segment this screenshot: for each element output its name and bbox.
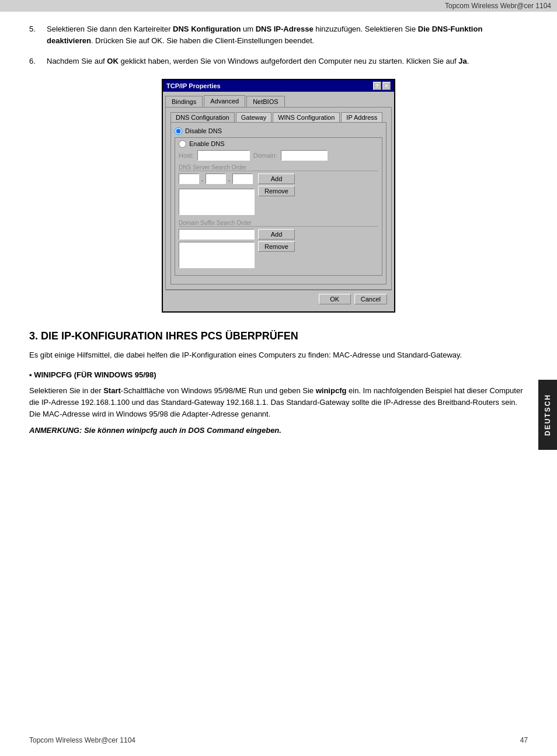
tab-panel-1: DNS Configuration Gateway WINS Configura…	[165, 107, 392, 290]
winipcfg-note: ANMERKUNG: Sie können winipcfg auch in D…	[29, 426, 528, 435]
tab-advanced[interactable]: Advanced	[204, 95, 245, 107]
radio-enable-dns[interactable]: Enable DNS	[179, 140, 378, 148]
top-bar: Topcom Wireless Webr@cer 1104	[0, 0, 557, 12]
step-6-ok: OK	[107, 57, 119, 65]
sidebar-label: DEUTSCH	[544, 394, 552, 436]
section-3-body: Es gibt einige Hilfsmittel, die dabei he…	[29, 349, 528, 361]
host-input[interactable]	[197, 150, 250, 161]
domain-suffix-btns: Add Remove	[258, 229, 295, 252]
dns-server-add-btn[interactable]: Add	[258, 174, 295, 184]
radio-disable-dns-label: Disable DNS	[185, 127, 222, 134]
footer-left: Topcom Wireless Webr@cer 1104	[29, 736, 135, 744]
inner-panel-dns: Disable DNS Enable DNS Host:	[170, 122, 387, 285]
step-5-dns-config: DNS Konfiguration	[173, 25, 241, 33]
dialog-title: TCP/IP Properties	[166, 82, 221, 89]
radio-disable-dns-input[interactable]	[175, 127, 182, 135]
dns-server-order-label: DNS Server Search Order	[179, 164, 378, 171]
dns-ip-row: . .	[179, 174, 255, 184]
domain-label: Domain:	[253, 152, 277, 159]
main-content: 5. Selektieren Sie dann den Karteireiter…	[0, 12, 557, 464]
footer: Topcom Wireless Webr@cer 1104 47	[29, 736, 528, 744]
dns-server-section: DNS Server Search Order . .	[179, 164, 378, 215]
step-5-text: Selektieren Sie dann den Karteireiter DN…	[47, 23, 528, 46]
step-5-dns-ip: DNS IP-Adresse	[256, 25, 314, 33]
host-label: Host:	[179, 152, 194, 159]
dns-ip-2[interactable]	[206, 174, 226, 184]
dns-server-remove-btn[interactable]: Remove	[258, 186, 295, 196]
inner-tab-gateway[interactable]: Gateway	[236, 112, 271, 122]
winipcfg-bold: winipcfg	[316, 386, 347, 395]
dns-ip-3[interactable]	[232, 174, 253, 184]
subsection-winipcfg-heading: • WINIPCFG (FÜR WINDOWS 95/98)	[29, 370, 528, 379]
tab-netbios[interactable]: NetBIOS	[246, 96, 284, 107]
dialog-body: Bindings Advanced NetBIOS DNS Configurat…	[163, 92, 394, 311]
domain-suffix-input[interactable]	[179, 229, 255, 240]
domain-suffix-section: Domain Suffix Search Order Add Remove	[179, 220, 378, 268]
tab-bindings[interactable]: Bindings	[165, 96, 203, 107]
tabs-row-1: Bindings Advanced NetBIOS	[165, 95, 392, 107]
domain-suffix-remove-btn[interactable]: Remove	[258, 241, 295, 252]
step-6-ja: Ja	[458, 57, 467, 65]
dialog-title-controls: ? ×	[373, 82, 391, 90]
dns-server-list[interactable]	[179, 189, 255, 215]
step-6-text: Nachdem Sie auf OK geklickt haben, werde…	[47, 56, 528, 67]
dns-server-btns: Add Remove	[258, 174, 295, 196]
enable-dns-group: Enable DNS Host: Domain: D	[175, 137, 382, 276]
host-domain-row: Host: Domain:	[179, 150, 378, 161]
radio-disable-dns[interactable]: Disable DNS	[175, 127, 382, 135]
dialog-close-btn[interactable]: ×	[382, 82, 391, 90]
header-brand: Topcom Wireless Webr@cer 1104	[445, 2, 551, 10]
inner-tab-wins[interactable]: WINS Configuration	[273, 112, 340, 122]
dialog-help-btn[interactable]: ?	[373, 82, 381, 90]
inner-tabs: DNS Configuration Gateway WINS Configura…	[170, 112, 387, 122]
right-sidebar: DEUTSCH	[538, 380, 557, 450]
domain-suffix-list[interactable]	[179, 242, 255, 268]
dialog-wrapper: TCP/IP Properties ? × Bindings Advanced	[29, 79, 528, 313]
dialog-ok-btn[interactable]: OK	[319, 294, 351, 304]
subsection-winipcfg-body: Selektieren Sie in der Start-Schaltfläch…	[29, 385, 528, 420]
step-5: 5. Selektieren Sie dann den Karteireiter…	[29, 23, 528, 46]
dns-ip-1[interactable]	[179, 174, 199, 184]
inner-tab-ip[interactable]: IP Address	[341, 112, 382, 122]
section-3-heading: 3. DIE IP-KONFIGURATION IHRES PCS ÜBERPR…	[29, 330, 528, 342]
start-bold: Start	[103, 386, 121, 395]
radio-enable-dns-input[interactable]	[179, 140, 186, 148]
domain-suffix-label: Domain Suffix Search Order	[179, 220, 378, 227]
footer-right: 47	[520, 736, 528, 744]
step-6-num: 6.	[29, 56, 47, 67]
dialog-cancel-btn[interactable]: Cancel	[354, 294, 387, 304]
domain-suffix-add-btn[interactable]: Add	[258, 229, 295, 240]
step-6: 6. Nachdem Sie auf OK geklickt haben, we…	[29, 56, 528, 67]
step-5-num: 5.	[29, 23, 47, 46]
tcpip-dialog: TCP/IP Properties ? × Bindings Advanced	[162, 79, 395, 313]
inner-tab-dns[interactable]: DNS Configuration	[170, 112, 235, 122]
domain-input[interactable]	[281, 150, 328, 161]
radio-enable-dns-label: Enable DNS	[189, 140, 225, 147]
dialog-bottom-bar: OK Cancel	[165, 290, 392, 308]
dialog-titlebar: TCP/IP Properties ? ×	[163, 80, 394, 92]
